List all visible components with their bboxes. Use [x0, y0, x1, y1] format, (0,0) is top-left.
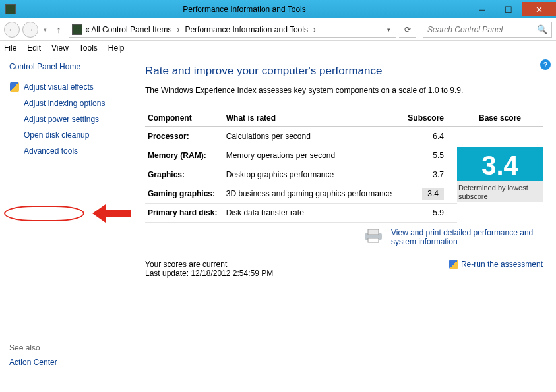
cell-rated: Desktop graphics performance	[224, 165, 403, 184]
minimize-button[interactable]: ─	[469, 2, 495, 16]
cell-component: Gaming graphics:	[145, 184, 224, 204]
control-panel-home-link[interactable]: Control Panel Home	[9, 62, 129, 71]
cell-component: Graphics:	[145, 165, 224, 184]
up-button[interactable]: ↑	[51, 22, 66, 37]
menu-file[interactable]: File	[4, 43, 16, 53]
cell-rated: Memory operations per second	[224, 146, 403, 165]
scores-table: Component What is rated Subscore Base sc…	[145, 109, 543, 223]
svg-rect-3	[368, 238, 379, 242]
sidebar-item-label: Advanced tools	[24, 146, 78, 155]
table-row: Processor: Calculations per second 6.4 3…	[145, 127, 543, 146]
cell-subscore: 5.9	[403, 204, 457, 223]
menu-help[interactable]: Help	[108, 43, 125, 53]
sidebar-item-label: Adjust indexing options	[24, 99, 105, 108]
chevron-right-icon	[311, 25, 319, 34]
col-rated: What is rated	[224, 109, 403, 127]
rerun-assessment-link[interactable]: Re-run the assessment	[449, 260, 543, 269]
printer-icon	[362, 228, 385, 244]
col-subscore: Subscore	[403, 109, 457, 127]
sidebar-item-label: Open disk cleanup	[24, 130, 89, 140]
search-box[interactable]: 🔍	[423, 22, 552, 38]
sidebar-item-visual-effects[interactable]: Adjust visual effects	[9, 82, 129, 92]
status-last-update: Last update: 12/18/2012 2:54:59 PM	[145, 269, 273, 278]
annotation-circle	[4, 206, 84, 221]
shield-icon	[449, 260, 458, 269]
cell-subscore: 6.4	[403, 127, 457, 146]
sidebar-item-indexing[interactable]: Adjust indexing options	[9, 99, 129, 108]
window-title: Performance Information and Tools	[20, 5, 469, 14]
cell-component: Processor:	[145, 127, 224, 146]
main-content: ? Rate and improve your computer's perfo…	[132, 55, 556, 392]
breadcrumb[interactable]: « All Control Panel Items	[85, 25, 171, 34]
svg-rect-2	[368, 229, 379, 235]
menu-tools[interactable]: Tools	[79, 43, 98, 53]
status-current: Your scores are current	[145, 260, 273, 269]
titlebar: Performance Information and Tools ─ ☐ ✕	[0, 0, 556, 18]
forward-button[interactable]: →	[22, 22, 38, 38]
cell-subscore: 3.7	[403, 165, 457, 184]
search-input[interactable]	[427, 25, 537, 34]
view-print-details-link[interactable]: View and print detailed performance and …	[391, 228, 543, 246]
close-button[interactable]: ✕	[522, 2, 556, 16]
svg-marker-0	[92, 204, 131, 223]
address-bar[interactable]: « All Control Panel Items Performance In…	[69, 22, 396, 38]
sidebar-item-disk-cleanup[interactable]: Open disk cleanup	[9, 130, 129, 140]
base-score-box: 3.4	[457, 147, 543, 181]
sidebar-item-power[interactable]: Adjust power settings	[9, 115, 129, 124]
cell-subscore: 3.4	[403, 184, 457, 204]
history-dropdown[interactable]: ▾	[41, 26, 49, 33]
base-score-cell: 3.4 Determined by lowest subscore	[457, 127, 543, 223]
location-icon	[72, 24, 82, 35]
rerun-label: Re-run the assessment	[461, 260, 543, 269]
cell-rated: 3D business and gaming graphics performa…	[224, 184, 403, 204]
address-dropdown[interactable]: ▾	[384, 26, 393, 33]
cell-component: Memory (RAM):	[145, 146, 224, 165]
page-subtitle: The Windows Experience Index assesses ke…	[145, 86, 543, 95]
base-score-value: 3.4	[460, 152, 540, 179]
cell-rated: Calculations per second	[224, 127, 403, 146]
status-block: Your scores are current Last update: 12/…	[145, 260, 273, 278]
base-score-note: Determined by lowest subscore	[457, 181, 543, 202]
action-center-link[interactable]: Action Center	[9, 358, 57, 367]
sidebar: Control Panel Home Adjust visual effects…	[0, 55, 132, 392]
cell-rated: Disk data transfer rate	[224, 204, 403, 223]
cell-component: Primary hard disk:	[145, 204, 224, 223]
chevron-right-icon	[174, 25, 182, 34]
cell-subscore: 5.5	[403, 146, 457, 165]
search-icon[interactable]: 🔍	[537, 24, 547, 34]
breadcrumb[interactable]: Performance Information and Tools	[185, 25, 308, 34]
sidebar-item-label: Adjust visual effects	[24, 82, 94, 92]
menubar: File Edit View Tools Help	[0, 41, 556, 55]
maximize-button[interactable]: ☐	[495, 2, 522, 16]
see-also-heading: See also	[9, 343, 40, 352]
col-component: Component	[145, 109, 224, 127]
menu-view[interactable]: View	[51, 43, 69, 53]
col-basescore: Base score	[457, 109, 543, 127]
annotation-arrow-icon	[92, 202, 135, 225]
refresh-button[interactable]: ⟳	[399, 22, 416, 38]
app-icon	[5, 4, 16, 14]
navbar: ← → ▾ ↑ « All Control Panel Items Perfor…	[0, 18, 556, 41]
help-icon[interactable]: ?	[540, 59, 551, 70]
shield-icon	[9, 82, 20, 92]
sidebar-item-label: Adjust power settings	[24, 115, 99, 124]
sidebar-item-advanced-tools[interactable]: Advanced tools	[9, 146, 129, 155]
back-button[interactable]: ←	[4, 22, 20, 38]
page-title: Rate and improve your computer's perform…	[145, 65, 543, 78]
menu-edit[interactable]: Edit	[27, 43, 41, 53]
